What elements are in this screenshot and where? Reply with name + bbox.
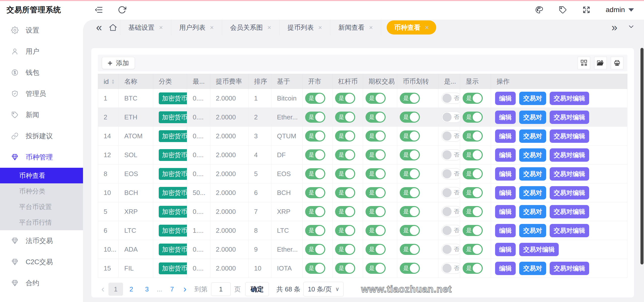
toggle-on[interactable]: 是 <box>305 168 325 179</box>
toggle-on[interactable]: 是 <box>305 225 325 236</box>
sidebar-subitem[interactable]: 平台币设置 <box>0 199 83 215</box>
page-button[interactable]: 2 <box>124 283 139 296</box>
toggle-off[interactable]: 否 <box>441 263 460 274</box>
sidebar-item[interactable]: 投拆建议 <box>0 125 83 147</box>
confirm-button[interactable]: 确定 <box>245 282 269 296</box>
toggle-on[interactable]: 是 <box>463 206 483 217</box>
refresh-icon[interactable] <box>118 6 126 14</box>
tab[interactable]: 新闻查看× <box>330 20 381 35</box>
collapse-tabs-left-icon[interactable]: « <box>96 22 102 33</box>
toggle-on[interactable]: 是 <box>400 263 420 274</box>
sidebar-item[interactable]: 合约 <box>0 273 83 294</box>
toggle-off[interactable]: 否 <box>441 112 460 123</box>
action-button[interactable]: 交易对编辑 <box>550 167 589 181</box>
toggle-on[interactable]: 是 <box>400 187 420 198</box>
print-icon[interactable] <box>611 57 623 69</box>
action-button[interactable]: 编辑 <box>495 129 516 143</box>
action-button[interactable]: 交易对 <box>519 92 546 105</box>
toggle-on[interactable]: 是 <box>335 93 355 104</box>
toggle-on[interactable]: 是 <box>366 149 386 160</box>
action-button[interactable]: 交易对 <box>519 167 546 181</box>
page-size-select[interactable]: 10 条/页 ∨ <box>303 282 343 296</box>
toggle-off[interactable]: 否 <box>441 168 460 179</box>
toggle-on[interactable]: 是 <box>400 93 420 104</box>
toggle-on[interactable]: 是 <box>463 93 483 104</box>
tab-list-caret-icon[interactable] <box>627 23 635 32</box>
toggle-on[interactable]: 是 <box>400 130 420 142</box>
action-button[interactable]: 交易对编辑 <box>550 111 589 124</box>
action-button[interactable]: 交易对 <box>519 186 546 199</box>
toggle-on[interactable]: 是 <box>305 263 325 274</box>
toggle-on[interactable]: 是 <box>463 244 483 255</box>
toggle-on[interactable]: 是 <box>463 112 483 123</box>
toggle-on[interactable]: 是 <box>400 225 420 236</box>
toggle-on[interactable]: 是 <box>366 206 386 217</box>
export-icon[interactable] <box>594 57 607 69</box>
toggle-on[interactable]: 是 <box>366 93 386 104</box>
toggle-on[interactable]: 是 <box>335 206 355 217</box>
toggle-on[interactable]: 是 <box>463 149 483 160</box>
tab[interactable]: 用户列表× <box>171 20 222 35</box>
tag-icon[interactable] <box>558 6 567 14</box>
action-button[interactable]: 编辑 <box>495 186 516 199</box>
collapse-tabs-right-icon[interactable]: » <box>612 22 617 33</box>
sort-icon[interactable]: ▲▼ <box>111 79 115 84</box>
sidebar-item[interactable]: 设置 <box>0 20 83 41</box>
toggle-on[interactable]: 是 <box>305 93 325 104</box>
tab[interactable]: 提币列表× <box>279 20 330 35</box>
toggle-on[interactable]: 是 <box>463 225 483 236</box>
action-button[interactable]: 交易对编辑 <box>550 148 589 162</box>
toggle-on[interactable]: 是 <box>366 263 386 274</box>
action-button[interactable]: 交易对编辑 <box>519 243 559 256</box>
tab[interactable]: 币种查看× <box>387 20 436 35</box>
toggle-on[interactable]: 是 <box>335 187 355 198</box>
sidebar-subitem[interactable]: 平台币行情 <box>0 215 83 230</box>
sidebar-subitem[interactable]: 币种查看 <box>0 168 83 183</box>
action-button[interactable]: 交易对编辑 <box>550 92 589 105</box>
toggle-off[interactable]: 否 <box>441 206 460 217</box>
toggle-off[interactable]: 否 <box>441 244 460 255</box>
toggle-on[interactable]: 是 <box>305 244 325 255</box>
sidebar-item[interactable]: 法币交易 <box>0 230 83 251</box>
toggle-on[interactable]: 是 <box>366 168 386 179</box>
tab-close-icon[interactable]: × <box>159 24 163 31</box>
toggle-on[interactable]: 是 <box>366 187 386 198</box>
next-page-icon[interactable]: › <box>180 284 190 294</box>
action-button[interactable]: 编辑 <box>495 92 516 105</box>
toggle-on[interactable]: 是 <box>366 225 386 236</box>
action-button[interactable]: 编辑 <box>495 148 516 162</box>
columns-icon[interactable] <box>578 57 590 69</box>
toggle-on[interactable]: 是 <box>335 149 355 160</box>
action-button[interactable]: 交易对 <box>519 148 546 162</box>
page-button[interactable]: 7 <box>165 283 179 296</box>
toggle-on[interactable]: 是 <box>400 244 420 255</box>
action-button[interactable]: 交易对编辑 <box>550 262 589 275</box>
tab-close-icon[interactable]: × <box>210 24 214 31</box>
action-button[interactable]: 交易对 <box>519 205 546 218</box>
sidebar-item[interactable]: 用户 <box>0 41 83 62</box>
action-button[interactable]: 编辑 <box>495 224 516 237</box>
action-button[interactable]: 编辑 <box>495 167 516 181</box>
home-tab-icon[interactable] <box>108 23 117 32</box>
page-button[interactable]: 3 <box>140 283 154 296</box>
toggle-on[interactable]: 是 <box>305 149 325 160</box>
user-menu[interactable]: admin <box>606 6 634 14</box>
toggle-on[interactable]: 是 <box>305 187 325 198</box>
action-button[interactable]: 编辑 <box>495 111 516 124</box>
goto-page-input[interactable] <box>211 282 231 296</box>
toggle-on[interactable]: 是 <box>463 130 483 142</box>
add-button[interactable]: + 添加 <box>102 57 135 69</box>
toggle-on[interactable]: 是 <box>400 149 420 160</box>
toggle-on[interactable]: 是 <box>335 130 355 142</box>
palette-icon[interactable] <box>535 6 543 14</box>
action-button[interactable]: 交易对编辑 <box>550 205 589 218</box>
toggle-off[interactable]: 否 <box>441 187 460 198</box>
toggle-on[interactable]: 是 <box>305 112 325 123</box>
toggle-on[interactable]: 是 <box>463 187 483 198</box>
action-button[interactable]: 交易对 <box>519 224 546 237</box>
tab-close-icon[interactable]: × <box>267 24 271 31</box>
toggle-on[interactable]: 是 <box>366 112 386 123</box>
action-button[interactable]: 编辑 <box>495 243 516 256</box>
toggle-on[interactable]: 是 <box>400 206 420 217</box>
toggle-on[interactable]: 是 <box>335 263 355 274</box>
